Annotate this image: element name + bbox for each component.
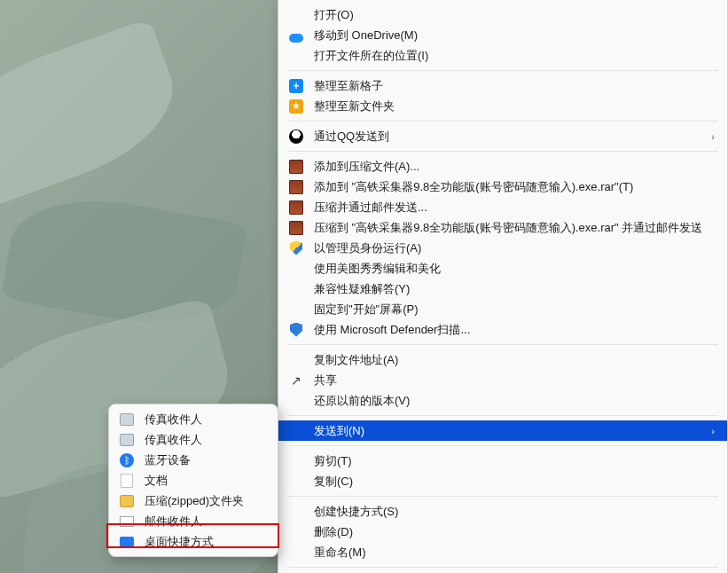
menu-item-label: 文档 bbox=[145, 473, 265, 489]
menu-item-bt[interactable]: ᛒ蓝牙设备 bbox=[109, 450, 278, 470]
menu-item-shortcut[interactable]: 创建快捷方式(S) bbox=[278, 501, 727, 522]
menu-separator bbox=[287, 496, 718, 497]
blank-icon bbox=[287, 352, 305, 368]
share-icon: ↗ bbox=[287, 373, 305, 389]
star-icon: ★ bbox=[287, 98, 305, 114]
menu-item-mail[interactable]: 邮件收件人 bbox=[109, 511, 278, 531]
chevron-right-icon: › bbox=[706, 426, 715, 436]
menu-item-defender[interactable]: 使用 Microsoft Defender扫描... bbox=[278, 319, 727, 340]
menu-item-label: 还原以前的版本(V) bbox=[314, 393, 715, 409]
menu-item-label: 蓝牙设备 bbox=[145, 452, 265, 468]
menu-item-label: 发送到(N) bbox=[314, 423, 706, 439]
blank-icon bbox=[287, 302, 305, 318]
menu-item-addrar[interactable]: 添加到压缩文件(A)... bbox=[278, 156, 727, 177]
menu-item-label: 整理至新文件夹 bbox=[314, 98, 715, 114]
menu-item-copy[interactable]: 复制(C) bbox=[278, 471, 727, 491]
fax-icon bbox=[118, 412, 136, 428]
penguin-icon bbox=[287, 129, 305, 145]
menu-item-share[interactable]: ↗共享 bbox=[278, 370, 727, 390]
menu-item-label: 复制(C) bbox=[314, 474, 715, 490]
menu-item-meitu[interactable]: 使用美图秀秀编辑和美化 bbox=[278, 258, 727, 279]
blank-icon bbox=[287, 261, 305, 277]
menu-item-rarmail[interactable]: 压缩并通过邮件发送... bbox=[278, 197, 727, 217]
menu-item-cut[interactable]: 剪切(T) bbox=[278, 451, 727, 471]
menu-item-label: 使用 Microsoft Defender扫描... bbox=[314, 322, 715, 338]
chevron-right-icon: › bbox=[706, 131, 715, 142]
blank-icon bbox=[287, 393, 305, 409]
desk-icon bbox=[118, 534, 136, 550]
rar-icon bbox=[287, 220, 305, 236]
menu-item-rename[interactable]: 重命名(M) bbox=[278, 542, 727, 562]
menu-item-openloc[interactable]: 打开文件所在的位置(I) bbox=[278, 45, 727, 66]
menu-item-sendto[interactable]: 发送到(N)› bbox=[278, 420, 727, 441]
menu-item-pin[interactable]: 固定到"开始"屏幕(P) bbox=[278, 299, 727, 319]
menu-item-addrarname[interactable]: 添加到 "高铁采集器9.8全功能版(账号密码随意输入).exe.rar"(T) bbox=[278, 177, 727, 197]
menu-item-label: 压缩(zipped)文件夹 bbox=[145, 493, 265, 509]
context-menu-main: 打开(O)移动到 OneDrive(M)打开文件所在的位置(I)+整理至新格子★… bbox=[278, 0, 728, 573]
menu-item-fax1[interactable]: 传真收件人 bbox=[109, 409, 278, 429]
menu-separator bbox=[287, 415, 718, 416]
menu-item-newfolder[interactable]: ★整理至新文件夹 bbox=[278, 96, 727, 116]
menu-item-label: 整理至新格子 bbox=[314, 78, 715, 94]
menu-item-label: 传真收件人 bbox=[145, 412, 265, 428]
rar-icon bbox=[287, 179, 305, 195]
fax-icon bbox=[118, 432, 136, 448]
menu-separator bbox=[287, 121, 718, 122]
mail-icon bbox=[118, 514, 136, 530]
zip-icon bbox=[118, 493, 136, 509]
menu-item-label: 以管理员身份运行(A) bbox=[314, 240, 715, 256]
menu-item-label: 打开文件所在的位置(I) bbox=[314, 48, 715, 64]
blank-icon bbox=[287, 281, 305, 297]
shieldblue-icon bbox=[287, 322, 305, 338]
menu-item-label: 兼容性疑难解答(Y) bbox=[314, 281, 715, 297]
menu-item-qqsend[interactable]: 通过QQ发送到› bbox=[278, 126, 727, 146]
blank-icon bbox=[287, 48, 305, 64]
menu-separator bbox=[287, 445, 718, 446]
menu-item-desktop[interactable]: 桌面快捷方式 bbox=[109, 531, 278, 552]
menu-item-compat[interactable]: 兼容性疑难解答(Y) bbox=[278, 279, 727, 299]
menu-item-label: 删除(D) bbox=[314, 524, 715, 540]
menu-item-label: 添加到压缩文件(A)... bbox=[314, 159, 715, 175]
doc-icon bbox=[118, 473, 136, 489]
menu-item-onedrive[interactable]: 移动到 OneDrive(M) bbox=[278, 25, 727, 45]
menu-item-copypath[interactable]: 复制文件地址(A) bbox=[278, 349, 727, 370]
menu-item-label: 添加到 "高铁采集器9.8全功能版(账号密码随意输入).exe.rar"(T) bbox=[314, 179, 715, 195]
menu-item-restore[interactable]: 还原以前的版本(V) bbox=[278, 390, 727, 411]
menu-separator bbox=[287, 151, 718, 152]
blank-icon bbox=[287, 504, 305, 520]
menu-item-label: 共享 bbox=[314, 373, 715, 389]
menu-item-label: 通过QQ发送到 bbox=[314, 129, 706, 145]
blank-icon bbox=[287, 423, 305, 439]
menu-item-rarmailname[interactable]: 压缩到 "高铁采集器9.8全功能版(账号密码随意输入).exe.rar" 并通过… bbox=[278, 217, 727, 238]
menu-item-label: 压缩到 "高铁采集器9.8全功能版(账号密码随意输入).exe.rar" 并通过… bbox=[314, 220, 715, 236]
plus-icon: + bbox=[287, 78, 305, 94]
context-menu-sendto: 传真收件人传真收件人ᛒ蓝牙设备文档压缩(zipped)文件夹邮件收件人桌面快捷方… bbox=[108, 404, 278, 557]
blank-icon bbox=[287, 453, 305, 469]
blank-icon bbox=[287, 7, 305, 23]
menu-item-label: 压缩并通过邮件发送... bbox=[314, 200, 715, 216]
rar-icon bbox=[287, 200, 305, 216]
menu-item-newgrid[interactable]: +整理至新格子 bbox=[278, 75, 727, 96]
menu-item-label: 打开(O) bbox=[314, 7, 715, 23]
cloud-icon bbox=[287, 27, 305, 43]
blank-icon bbox=[287, 474, 305, 490]
menu-item-open[interactable]: 打开(O) bbox=[278, 4, 727, 25]
menu-item-runas[interactable]: 以管理员身份运行(A) bbox=[278, 238, 727, 258]
menu-item-zip[interactable]: 压缩(zipped)文件夹 bbox=[109, 491, 278, 511]
menu-item-docs[interactable]: 文档 bbox=[109, 470, 278, 491]
menu-item-label: 桌面快捷方式 bbox=[145, 534, 265, 550]
menu-item-label: 固定到"开始"屏幕(P) bbox=[314, 302, 715, 318]
rar-icon bbox=[287, 159, 305, 175]
menu-item-label: 移动到 OneDrive(M) bbox=[314, 27, 715, 43]
menu-item-label: 重命名(M) bbox=[314, 545, 715, 561]
menu-separator bbox=[287, 344, 718, 345]
menu-item-label: 使用美图秀秀编辑和美化 bbox=[314, 261, 715, 277]
menu-item-label: 创建快捷方式(S) bbox=[314, 504, 715, 520]
menu-item-delete[interactable]: 删除(D) bbox=[278, 522, 727, 542]
shield-icon bbox=[287, 240, 305, 256]
blank-icon bbox=[287, 524, 305, 540]
menu-item-label: 复制文件地址(A) bbox=[314, 352, 715, 368]
menu-item-label: 剪切(T) bbox=[314, 453, 715, 469]
bt-icon: ᛒ bbox=[118, 452, 136, 468]
menu-item-fax2[interactable]: 传真收件人 bbox=[109, 429, 278, 450]
